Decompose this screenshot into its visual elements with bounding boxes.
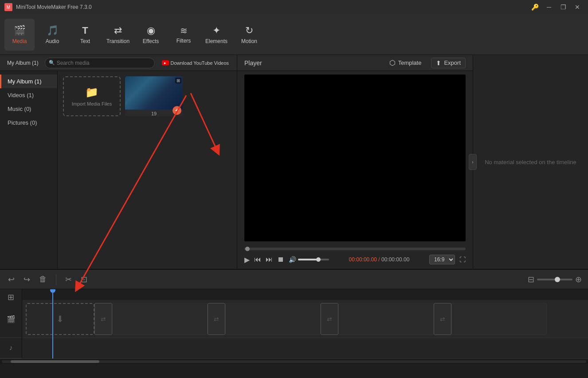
zoom-controls: ⊟ ⊕ <box>528 275 582 284</box>
track-clip-1[interactable] <box>112 303 208 335</box>
template-btn[interactable]: ⬡ Template <box>385 57 426 68</box>
titlebar-restore-btn[interactable]: ❐ <box>557 1 569 13</box>
track-clip-0[interactable]: ⬇ <box>26 303 94 335</box>
toolbar-motion-label: Motion <box>241 38 257 44</box>
play-btn[interactable]: ▶ <box>244 256 250 264</box>
clip-icon-0: ⬇ <box>56 314 64 324</box>
media-icon: 🎬 <box>14 25 26 36</box>
player-area: Player ⬡ Template ⬆ Export <box>237 55 473 269</box>
search-input[interactable] <box>57 60 151 66</box>
audio-track-icon: ♪ <box>9 344 13 352</box>
export-btn[interactable]: ⬆ Export <box>431 58 466 68</box>
timeline-tracks[interactable]: ⬇ ⇄ ⇄ ⇄ ⇄ <box>22 289 588 358</box>
filters-icon: ≋ <box>180 25 188 36</box>
left-panel-content: My Album (1) Videos (1) Music (0) Pictur… <box>0 71 237 269</box>
toolbar-item-filters[interactable]: ≋ Filters <box>169 19 199 51</box>
transition-slot-2[interactable]: ⇄ <box>208 303 225 335</box>
sidebar-item-my-album[interactable]: My Album (1) <box>0 75 57 88</box>
timeline-playhead[interactable] <box>52 289 53 358</box>
stop-btn[interactable]: ⏹ <box>277 256 284 264</box>
aspect-ratio-select[interactable]: 16:9 9:16 4:3 1:1 <box>429 255 455 264</box>
toolbar-media-label: Media <box>12 38 27 44</box>
motion-icon: ↻ <box>245 25 253 36</box>
audio-track <box>22 338 588 358</box>
toolbar: 🎬 Media 🎵 Audio T Text ⇄ Transition ◉ Ef… <box>0 14 588 55</box>
collapse-right-panel-btn[interactable]: › <box>469 154 477 170</box>
scrollbar-thumb[interactable] <box>11 360 99 363</box>
thumb-corner-icon: ⊞ <box>175 78 181 83</box>
toolbar-item-motion[interactable]: ↻ Motion <box>234 19 264 51</box>
titlebar-key-btn[interactable]: 🔑 <box>529 1 541 13</box>
zoom-out-icon[interactable]: ⊟ <box>528 275 534 284</box>
my-album-btn[interactable]: My Album (1) <box>4 59 41 67</box>
search-box[interactable]: 🔍 <box>45 58 155 68</box>
sidebar: My Album (1) Videos (1) Music (0) Pictur… <box>0 71 58 269</box>
control-row: ▶ ⏮ ⏭ ⏹ 🔊 00:00:00.00 / 00:00: <box>244 255 466 264</box>
progress-handle[interactable] <box>245 247 250 251</box>
toolbar-item-audio[interactable]: 🎵 Audio <box>37 19 67 51</box>
toolbar-elements-label: Elements <box>205 38 227 44</box>
scrollbar-track[interactable] <box>2 360 586 363</box>
crop-btn[interactable]: ⊡ <box>79 273 89 286</box>
progress-bar[interactable] <box>244 248 466 250</box>
import-label: Import Media Files <box>72 101 112 106</box>
player-video <box>244 75 466 241</box>
audio-track-label: ♪ <box>0 338 22 358</box>
app-icon: M <box>4 3 12 11</box>
titlebar-close-btn[interactable]: ✕ <box>571 1 584 13</box>
video-track-icon: 🎬 <box>7 315 16 323</box>
volume-control[interactable]: 🔊 <box>289 256 329 263</box>
toolbar-item-media[interactable]: 🎬 Media <box>4 19 35 51</box>
player-controls: ▶ ⏮ ⏭ ⏹ 🔊 00:00:00.00 / 00:00: <box>237 245 473 269</box>
delete-btn[interactable]: 🗑 <box>37 273 49 286</box>
toolbar-filters-label: Filters <box>176 38 191 44</box>
toolbar-item-elements[interactable]: ✦ Elements <box>201 19 231 51</box>
track-clip-2[interactable] <box>225 303 321 335</box>
time-total: 00:00:00.00 <box>381 256 409 263</box>
undo-btn[interactable]: ↩ <box>6 273 16 286</box>
transition-slot-4[interactable]: ⇄ <box>434 303 451 335</box>
transition-slot-3[interactable]: ⇄ <box>321 303 338 335</box>
youtube-icon <box>162 60 169 65</box>
volume-handle[interactable] <box>316 257 321 262</box>
title-bar: M MiniTool MovieMaker Free 7.3.0 🔑 ─ ❐ ✕ <box>0 0 588 14</box>
toolbar-audio-label: Audio <box>46 38 59 44</box>
time-display: 00:00:00.00 / 00:00:00.00 <box>333 256 425 263</box>
zoom-in-icon[interactable]: ⊕ <box>575 275 582 284</box>
template-icon: ⬡ <box>389 59 396 67</box>
next-frame-btn[interactable]: ⏭ <box>266 256 273 264</box>
toolbar-item-effects[interactable]: ◉ Effects <box>136 19 166 51</box>
prev-frame-btn[interactable]: ⏮ <box>254 256 261 264</box>
toolbar-item-text[interactable]: T Text <box>70 19 100 51</box>
zoom-handle[interactable] <box>555 277 560 282</box>
volume-icon: 🔊 <box>289 256 296 263</box>
redo-btn[interactable]: ↪ <box>22 273 32 286</box>
media-grid: 📁 Import Media Files ⊞ + 19 <box>58 71 237 269</box>
search-icon: 🔍 <box>49 60 55 66</box>
fullscreen-btn[interactable]: ⛶ <box>459 256 466 263</box>
time-separator: / <box>378 256 381 263</box>
timeline-scrollbar[interactable] <box>0 358 588 364</box>
import-media-btn[interactable]: 📁 Import Media Files <box>63 76 121 116</box>
timeline-section: ↩ ↪ 🗑 ✂ ⊡ ⊟ ⊕ ⊞ <box>0 269 588 364</box>
main-content: My Album (1) 🔍 Download YouTube Videos M… <box>0 55 588 269</box>
media-thumb[interactable]: ⊞ + 19 <box>125 76 183 116</box>
add-to-timeline-btn[interactable]: ⊞ <box>8 292 14 302</box>
timeline-content: ⊞ 🎬 ♪ ⬇ <box>0 289 588 358</box>
cut-btn[interactable]: ✂ <box>63 273 74 286</box>
toolbar-effects-label: Effects <box>143 38 159 44</box>
volume-slider[interactable] <box>298 259 329 260</box>
yt-download-btn[interactable]: Download YouTube Videos <box>158 59 233 67</box>
track-clip-3[interactable] <box>338 303 434 335</box>
thumb-image: ⊞ <box>125 76 183 110</box>
sidebar-item-videos[interactable]: Videos (1) <box>0 88 57 102</box>
zoom-slider[interactable] <box>537 279 572 280</box>
titlebar-minimize-btn[interactable]: ─ <box>543 1 555 13</box>
track-clip-4[interactable] <box>451 303 547 335</box>
export-label: Export <box>444 59 461 66</box>
thumb-add-btn[interactable]: + <box>172 106 181 115</box>
sidebar-item-pictures[interactable]: Pictures (0) <box>0 116 57 130</box>
sidebar-item-music[interactable]: Music (0) <box>0 102 57 116</box>
transition-slot-1[interactable]: ⇄ <box>94 303 112 335</box>
toolbar-item-transition[interactable]: ⇄ Transition <box>103 19 133 51</box>
